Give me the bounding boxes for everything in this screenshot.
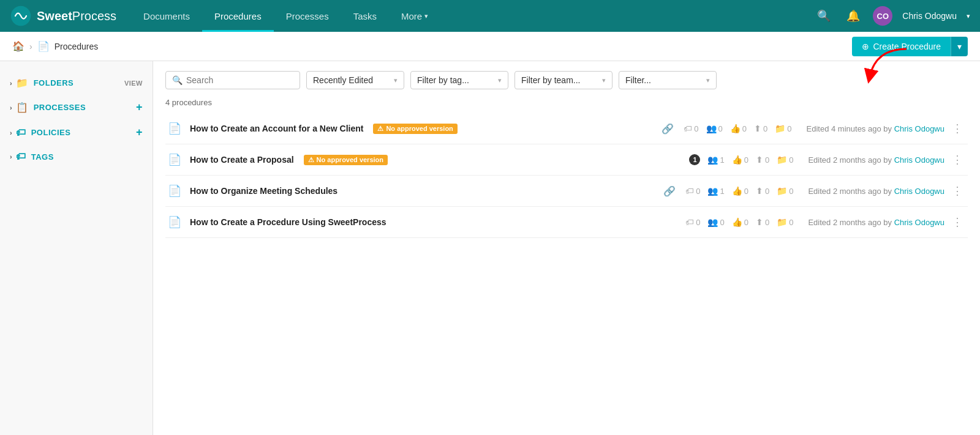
policies-chevron-icon: ›: [10, 129, 12, 136]
edited-info: Edited 2 months ago by Chris Odogwu: [808, 155, 944, 165]
search-button[interactable]: 🔍: [814, 6, 834, 26]
procedure-more-button[interactable]: ⋮: [949, 152, 965, 168]
notifications-button[interactable]: 🔔: [843, 6, 863, 26]
document-icon: 📄: [168, 122, 181, 135]
logo[interactable]: SweetProcess: [10, 5, 116, 27]
user-name[interactable]: Chris Odogwu: [902, 11, 957, 21]
breadcrumb-bar: 🏠 › 📄 Procedures ⊕ Create Procedure ▾: [0, 32, 980, 61]
uploads-meta-icon: ⬆: [756, 217, 763, 227]
team-filter[interactable]: Filter by team... ▾: [514, 71, 612, 89]
editor-link[interactable]: Chris Odogwu: [894, 155, 944, 165]
policies-icon: 🏷: [16, 127, 26, 138]
likes-meta-icon: 👍: [732, 186, 742, 196]
tag-meta-icon: 🏷: [685, 217, 694, 227]
editor-link[interactable]: Chris Odogwu: [894, 218, 944, 227]
procedure-title[interactable]: How to Organize Meeting Schedules: [190, 186, 337, 196]
nav-procedures[interactable]: Procedures: [202, 0, 274, 32]
likes-count: 👍 0: [732, 217, 748, 227]
tag-meta-icon: 🏷: [685, 186, 694, 196]
home-icon[interactable]: 🏠: [12, 40, 24, 52]
sort-filter-label: Recently Edited: [313, 75, 373, 85]
tag-count-badge: 1: [689, 154, 700, 165]
breadcrumb-current: Procedures: [55, 42, 99, 51]
table-row: 📄 How to Create an Account for a New Cli…: [165, 113, 968, 144]
editor-link[interactable]: Chris Odogwu: [894, 187, 944, 196]
uploads-meta-icon: ⬆: [756, 186, 763, 196]
status-chevron-icon: ▾: [706, 76, 710, 84]
tags-count: 🏷 0: [684, 124, 698, 133]
edited-info: Edited 2 months ago by Chris Odogwu: [808, 187, 944, 196]
sidebar-processes-label: PROCESSES: [34, 103, 136, 112]
nav-processes[interactable]: Processes: [274, 0, 341, 32]
procedure-title[interactable]: How to Create an Account for a New Clien…: [190, 124, 363, 133]
tag-chevron-icon: ▾: [498, 76, 502, 84]
table-row: 📄 How to Create a Proposal ⚠ No approved…: [165, 144, 968, 176]
procedure-meta: 🏷 0 👥 0 👍 0 ⬆ 0 📁 0: [684, 124, 791, 133]
no-approved-badge: ⚠ No approved version: [373, 124, 457, 134]
sort-chevron-icon: ▾: [394, 76, 398, 84]
nav-tasks[interactable]: Tasks: [341, 0, 389, 32]
procedure-meta: 1 👥 1 👍 0 ⬆ 0 📁 0: [689, 154, 793, 165]
likes-meta-icon: 👍: [730, 124, 741, 133]
folders-count: 📁 0: [777, 186, 793, 196]
likes-count: 👍 0: [732, 186, 748, 196]
folders-count: 📁 0: [775, 124, 791, 133]
likes-count: 👍 0: [730, 124, 747, 133]
add-policy-icon[interactable]: +: [136, 126, 143, 139]
edited-info: Edited 4 minutes ago by Chris Odogwu: [807, 124, 944, 133]
procedure-more-button[interactable]: ⋮: [949, 183, 965, 199]
more-chevron-icon: ▾: [424, 12, 428, 20]
sort-filter[interactable]: Recently Edited ▾: [306, 71, 404, 89]
procedure-title[interactable]: How to Create a Proposal: [190, 155, 294, 165]
procedure-meta: 🏷 0 👥 0 👍 0 ⬆ 0 📁 0: [685, 217, 793, 227]
users-meta-icon: 👥: [707, 217, 718, 227]
sidebar-tags-label: TAGS: [31, 152, 143, 162]
folders-chevron-icon: ›: [10, 80, 12, 87]
tags-chevron-icon: ›: [10, 153, 12, 160]
folders-icon: 📁: [16, 77, 29, 89]
folders-meta-icon: 📁: [777, 217, 787, 227]
sidebar-item-folders[interactable]: › 📁 FOLDERS VIEW: [0, 71, 153, 95]
nav-more[interactable]: More ▾: [389, 0, 440, 32]
processes-icon: 📋: [16, 102, 29, 113]
warning-icon: ⚠: [377, 125, 383, 133]
sidebar-item-policies[interactable]: › 🏷 POLICIES +: [0, 120, 153, 145]
uploads-count: ⬆ 0: [756, 217, 769, 227]
procedures-icon: 📄: [37, 40, 50, 52]
tag-filter[interactable]: Filter by tag... ▾: [410, 71, 508, 89]
document-icon: 📄: [168, 184, 181, 198]
folders-count: 📁 0: [777, 217, 793, 227]
status-filter[interactable]: Filter... ▾: [619, 71, 717, 89]
procedure-more-button[interactable]: ⋮: [949, 121, 965, 136]
procedure-meta: 🏷 0 👥 1 👍 0 ⬆ 0 📁 0: [685, 186, 793, 196]
user-chevron-icon: ▾: [967, 12, 970, 20]
procedure-more-button[interactable]: ⋮: [949, 214, 965, 230]
uploads-meta-icon: ⬆: [754, 124, 761, 133]
uploads-meta-icon: ⬆: [756, 155, 763, 165]
sidebar-view-label[interactable]: VIEW: [124, 80, 143, 87]
search-icon: 🔍: [172, 75, 183, 85]
search-box[interactable]: 🔍: [165, 71, 300, 89]
folders-meta-icon: 📁: [775, 124, 785, 133]
sidebar-item-tags[interactable]: › 🏷 TAGS: [0, 145, 153, 168]
procedure-title[interactable]: How to Create a Procedure Using SweetPro…: [190, 217, 386, 227]
tags-count: 1: [689, 154, 700, 165]
procedure-list: 📄 How to Create an Account for a New Cli…: [165, 113, 968, 238]
uploads-count: ⬆ 0: [756, 186, 769, 196]
likes-count: 👍 0: [732, 155, 748, 165]
sidebar-item-processes[interactable]: › 📋 PROCESSES +: [0, 95, 153, 120]
tag-filter-label: Filter by tag...: [417, 75, 469, 85]
create-procedure-button[interactable]: ⊕ Create Procedure: [852, 37, 951, 56]
editor-link[interactable]: Chris Odogwu: [894, 124, 944, 133]
no-approved-badge: ⚠ No approved version: [304, 155, 388, 165]
search-input[interactable]: [186, 75, 293, 85]
add-process-icon[interactable]: +: [136, 101, 143, 114]
table-row: 📄 How to Create a Procedure Using SweetP…: [165, 207, 968, 238]
nav-documents[interactable]: Documents: [131, 0, 202, 32]
create-procedure-dropdown[interactable]: ▾: [951, 37, 968, 56]
document-icon: 📄: [168, 215, 181, 229]
likes-meta-icon: 👍: [732, 155, 742, 165]
users-count: 👥 0: [707, 217, 724, 227]
nav-right-actions: 🔍 🔔 CO Chris Odogwu ▾: [814, 6, 970, 26]
users-count: 👥 1: [707, 186, 724, 196]
